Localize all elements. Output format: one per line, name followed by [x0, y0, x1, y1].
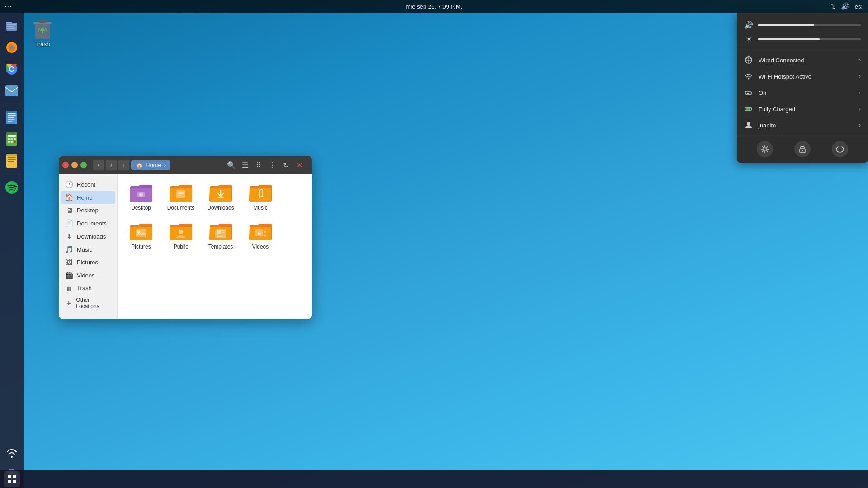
folder-music[interactable]: Music — [242, 179, 278, 215]
dock-notes-icon[interactable] — [2, 151, 21, 170]
topbar: ··· mié sep 25, 7:09 P.M. ⇅ 🔊 es: — [0, 0, 868, 13]
sidebar-item-downloads-label: Downloads — [77, 233, 106, 240]
topbar-dots[interactable]: ··· — [5, 2, 12, 10]
dock-calc-icon[interactable] — [2, 130, 21, 149]
topbar-network-icon[interactable]: ⇅ — [830, 3, 835, 10]
brightness-slider-bar[interactable] — [758, 38, 861, 40]
dock-files-icon[interactable] — [2, 16, 21, 35]
home-icon: 🏠 — [65, 193, 73, 202]
sidebar-item-pictures[interactable]: 🖼 Pictures — [61, 256, 115, 268]
folder-templates-icon — [209, 222, 232, 242]
svg-rect-65 — [745, 91, 746, 92]
popup-settings-btn[interactable] — [757, 141, 773, 157]
sidebar-item-home[interactable]: 🏠 Home — [61, 191, 115, 204]
dock-email-icon[interactable] — [2, 81, 21, 100]
svg-rect-11 — [5, 85, 18, 96]
battery-label: Fully Charged — [759, 106, 854, 113]
sidebar-item-trash-label: Trash — [77, 285, 92, 291]
popup-battery-item[interactable]: Fully Charged › — [737, 101, 868, 117]
dock-chrome-icon[interactable] — [2, 60, 21, 79]
svg-point-61 — [748, 78, 750, 80]
dock-writer-icon[interactable] — [2, 108, 21, 127]
popup-user-item[interactable]: juanito › — [737, 117, 868, 133]
topbar-lang[interactable]: es: — [855, 3, 863, 10]
fm-minimize-btn[interactable] — [71, 162, 78, 168]
fm-list-view-btn[interactable]: ☰ — [240, 160, 250, 170]
svg-rect-46 — [178, 195, 182, 196]
documents-icon: 📄 — [65, 219, 73, 227]
fm-maximize-btn[interactable] — [80, 162, 87, 168]
sidebar-item-other-locations[interactable]: + Other Locations — [61, 295, 115, 312]
fm-search-btn[interactable]: 🔍 — [226, 160, 237, 170]
fm-up-btn[interactable]: ↑ — [118, 160, 129, 170]
popup-on-item[interactable]: On › — [737, 84, 868, 101]
folder-desktop-label: Desktop — [131, 205, 151, 211]
volume-slider-bar[interactable] — [758, 24, 861, 26]
on-label: On — [759, 89, 854, 96]
sidebar-item-trash[interactable]: 🗑 Trash — [61, 282, 115, 294]
svg-rect-13 — [8, 113, 16, 114]
sidebar-item-downloads[interactable]: ⬇ Downloads — [61, 230, 115, 243]
svg-point-35 — [11, 456, 13, 458]
sidebar-item-recent-label: Recent — [77, 181, 95, 188]
folder-music-label: Music — [253, 205, 267, 211]
fm-grid-view-btn[interactable]: ⠿ — [253, 160, 264, 170]
svg-rect-45 — [178, 193, 184, 194]
fm-forward-btn[interactable]: › — [106, 160, 117, 170]
folder-desktop[interactable]: Desktop — [123, 179, 159, 215]
popup-power-btn[interactable] — [832, 141, 848, 157]
svg-rect-44 — [178, 192, 184, 193]
fm-location-bar[interactable]: 🏠 Home › — [131, 160, 170, 170]
popup-wifi-item[interactable]: Wi-Fi Hotspot Active › — [737, 68, 868, 84]
svg-rect-76 — [8, 480, 11, 483]
sidebar-item-music-label: Music — [77, 246, 92, 253]
folder-templates-label: Templates — [208, 244, 233, 250]
folder-documents-icon — [169, 183, 193, 203]
popup-wired-item[interactable]: Wired Connected › — [737, 52, 868, 68]
folder-pictures[interactable]: Pictures — [123, 218, 159, 253]
folder-downloads[interactable]: Downloads — [203, 179, 239, 215]
folder-videos[interactable]: Videos — [242, 218, 278, 253]
svg-rect-33 — [6, 154, 17, 156]
svg-rect-25 — [11, 141, 13, 143]
svg-rect-40 — [39, 19, 46, 23]
user-label: juanito — [759, 122, 854, 129]
dock-wifi-icon[interactable] — [2, 444, 21, 463]
trash-icon — [31, 17, 54, 41]
sidebar-item-desktop[interactable]: 🖥 Desktop — [61, 204, 115, 216]
folder-public[interactable]: Public — [163, 218, 199, 253]
folder-desktop-icon — [129, 183, 153, 203]
svg-rect-63 — [747, 93, 749, 94]
sidebar-item-videos[interactable]: 🎬 Videos — [61, 269, 115, 282]
dock-firefox-icon[interactable] — [2, 38, 21, 57]
sidebar-item-music[interactable]: 🎵 Music — [61, 243, 115, 256]
popup-lock-btn[interactable] — [794, 141, 811, 157]
desktop-trash[interactable]: Trash — [31, 17, 54, 47]
fm-back-btn[interactable]: ‹ — [93, 160, 104, 170]
svg-point-72 — [802, 150, 803, 151]
fm-location-text: Home — [146, 162, 161, 169]
volume-slider-fill — [758, 24, 814, 26]
sidebar-item-documents[interactable]: 📄 Documents — [61, 217, 115, 230]
sidebar-item-videos-label: Videos — [77, 272, 95, 279]
sidebar-item-recent[interactable]: 🕐 Recent — [61, 178, 115, 191]
topbar-volume-icon[interactable]: 🔊 — [841, 2, 849, 10]
folder-documents[interactable]: Documents — [163, 179, 199, 215]
trash-sidebar-icon: 🗑 — [65, 284, 73, 292]
fm-titlebar: ‹ › ↑ 🏠 Home › 🔍 ☰ ⠿ ⋮ ↻ — [59, 156, 312, 174]
brightness-slider-fill — [758, 38, 820, 40]
sidebar-item-documents-label: Documents — [77, 220, 107, 227]
folder-pictures-label: Pictures — [131, 244, 151, 250]
on-arrow: › — [859, 89, 861, 96]
wifi-popup-icon — [744, 72, 753, 81]
folder-templates[interactable]: Templates — [203, 218, 239, 253]
fm-menu-btn[interactable]: ⋮ — [267, 160, 278, 170]
svg-rect-77 — [13, 480, 16, 483]
svg-rect-2 — [7, 24, 16, 25]
fm-close-btn[interactable] — [62, 162, 69, 168]
on-icon — [744, 88, 753, 97]
apps-button[interactable] — [4, 471, 20, 487]
dock-spotify-icon[interactable] — [2, 178, 21, 197]
fm-window-close-btn[interactable]: ✕ — [294, 160, 305, 170]
fm-refresh-btn[interactable]: ↻ — [280, 160, 291, 170]
